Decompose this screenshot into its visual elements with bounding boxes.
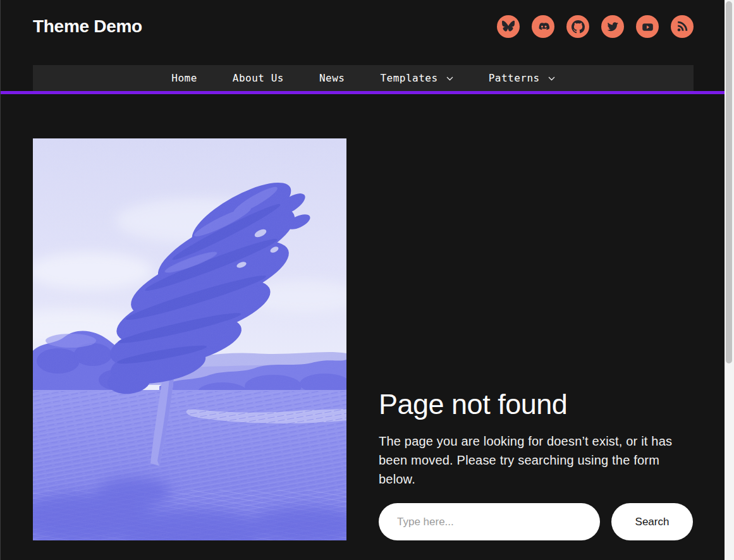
github-link[interactable]	[566, 15, 589, 38]
nav-item-news-label: News	[319, 72, 345, 84]
scrollbar-thumb[interactable]	[726, 1, 732, 363]
featured-image-windswept-tree	[33, 138, 346, 540]
site-header: Theme Demo	[33, 0, 694, 39]
social-links	[497, 15, 694, 38]
nav-item-patterns-label: Patterns	[489, 72, 540, 84]
search-input[interactable]	[379, 503, 600, 540]
duotone-tree-illustration	[33, 138, 346, 540]
scrollbar[interactable]	[725, 0, 734, 560]
accent-rule	[1, 91, 734, 94]
chevron-down-icon	[548, 76, 555, 81]
rss-icon	[676, 20, 688, 33]
twitter-icon	[606, 20, 619, 33]
page-title: Page not found	[379, 388, 693, 421]
nav-item-about-us[interactable]: About Us	[233, 72, 284, 84]
nav-item-home[interactable]: Home	[171, 72, 197, 84]
discord-icon	[537, 20, 550, 33]
youtube-icon	[641, 20, 654, 33]
youtube-link[interactable]	[636, 15, 659, 38]
not-found-section: Page not found The page you are looking …	[379, 138, 693, 540]
page: Theme Demo	[0, 0, 734, 560]
chevron-down-icon	[446, 76, 453, 81]
github-icon	[572, 20, 585, 33]
nav-item-about-us-label: About Us	[233, 72, 284, 84]
nav-item-news[interactable]: News	[319, 72, 345, 84]
nav-item-home-label: Home	[171, 72, 197, 84]
bluesky-icon	[502, 20, 515, 33]
search-form: Search	[379, 503, 693, 540]
nav-item-templates-label: Templates	[380, 72, 437, 84]
rss-link[interactable]	[671, 15, 694, 38]
twitter-link[interactable]	[601, 15, 624, 38]
page-description: The page you are looking for doesn’t exi…	[379, 432, 678, 489]
bluesky-link[interactable]	[497, 15, 520, 38]
main-nav: Home About Us News Templates Patterns	[33, 65, 694, 91]
main-content: Page not found The page you are looking …	[33, 138, 694, 540]
search-button[interactable]: Search	[611, 503, 693, 540]
discord-link[interactable]	[532, 15, 554, 38]
site-title: Theme Demo	[33, 18, 142, 35]
nav-item-templates[interactable]: Templates	[380, 72, 453, 84]
nav-item-patterns[interactable]: Patterns	[489, 72, 555, 84]
